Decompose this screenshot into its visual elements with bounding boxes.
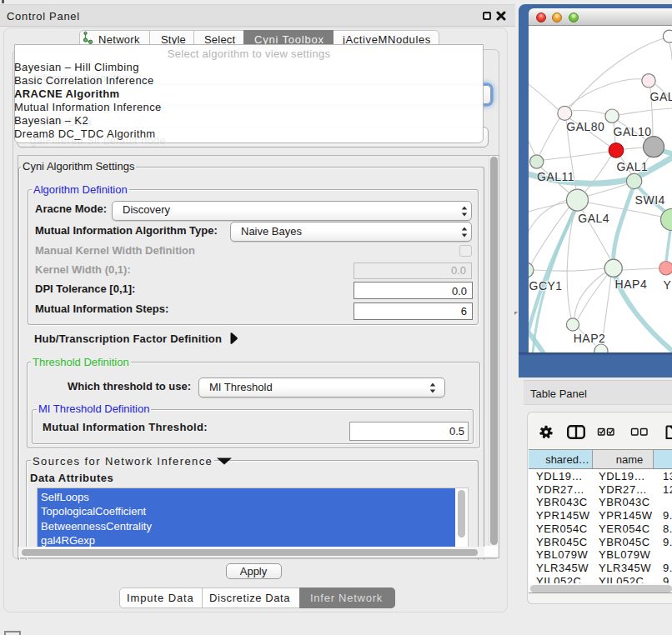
- svg-text:GAL7: GAL7: [650, 90, 672, 103]
- svg-text:GAL1: GAL1: [617, 160, 649, 173]
- svg-text:Y: Y: [664, 278, 672, 292]
- svg-text:HAP2: HAP2: [574, 332, 606, 345]
- svg-text:GAL11: GAL11: [537, 170, 574, 183]
- svg-text:SWI4: SWI4: [635, 193, 665, 207]
- svg-text:GAL10: GAL10: [614, 125, 652, 138]
- svg-text:GAL4: GAL4: [578, 212, 609, 225]
- svg-text:GCY1: GCY1: [529, 279, 563, 292]
- svg-text:HAP4: HAP4: [615, 278, 648, 291]
- svg-text:GAL80: GAL80: [566, 120, 604, 133]
